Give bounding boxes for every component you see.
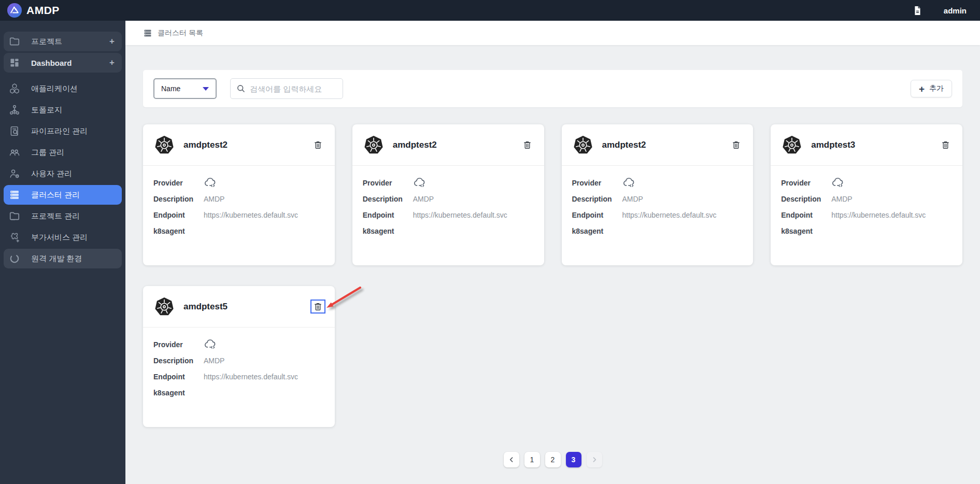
cluster-card-grid: amdptest2 Provider bbox=[143, 124, 962, 427]
cluster-description: AMDP bbox=[204, 357, 224, 365]
sidebar-item-label: 애플리케이션 bbox=[31, 84, 115, 94]
field-label-k8sagent: k8sagent bbox=[153, 227, 204, 235]
delete-cluster-button[interactable] bbox=[311, 301, 324, 312]
pagination-prev-button[interactable] bbox=[504, 452, 519, 467]
field-label-endpoint: Endpoint bbox=[153, 211, 204, 219]
field-label-provider: Provider bbox=[153, 340, 204, 349]
cluster-card-body: Provider Description AMDP Endpoint https… bbox=[771, 166, 962, 248]
pagination-next-button[interactable] bbox=[587, 452, 602, 467]
sidebar-item-label: 사용자 관리 bbox=[31, 169, 115, 179]
hexagon-cluster-icon bbox=[8, 82, 21, 95]
topology-icon bbox=[8, 104, 21, 116]
kubernetes-icon bbox=[572, 135, 594, 155]
cluster-card-header: amdptest5 bbox=[143, 286, 335, 328]
sidebar-item-addon-services[interactable]: 부가서비스 관리 bbox=[4, 227, 122, 247]
delete-cluster-button[interactable] bbox=[311, 139, 324, 151]
cluster-card-body: Provider Description AMDP Endpoint https… bbox=[562, 166, 754, 248]
chevron-right-icon bbox=[591, 456, 598, 463]
breadcrumb: 클러스터 목록 bbox=[125, 21, 980, 45]
plus-icon[interactable]: + bbox=[109, 36, 115, 47]
breadcrumb-label: 클러스터 목록 bbox=[158, 29, 203, 38]
sidebar-item-label: 파이프라인 관리 bbox=[31, 126, 115, 136]
field-label-endpoint: Endpoint bbox=[781, 211, 831, 219]
folder-icon bbox=[8, 35, 21, 48]
field-label-endpoint: Endpoint bbox=[572, 211, 622, 219]
cluster-card: amdptest5 Provider bbox=[143, 286, 335, 427]
sidebar-item-project-mgmt[interactable]: 프로젝트 관리 bbox=[4, 206, 122, 226]
kubernetes-icon bbox=[153, 296, 175, 317]
cluster-name: amdptest3 bbox=[811, 140, 931, 150]
cluster-card: amdptest2 Provider bbox=[352, 124, 544, 265]
sidebar-item-project[interactable]: 프로젝트 + bbox=[4, 32, 122, 51]
user-gear-icon bbox=[8, 167, 21, 180]
sidebar-item-label: 프로젝트 관리 bbox=[31, 211, 115, 221]
sidebar-item-topology[interactable]: 토폴로지 bbox=[4, 100, 122, 120]
sidebar-item-label: 클러스터 관리 bbox=[31, 190, 115, 200]
cluster-description: AMDP bbox=[831, 195, 852, 203]
cluster-card-body: Provider Description AMDP Endpoint https… bbox=[143, 166, 335, 248]
user-menu[interactable]: admin bbox=[944, 6, 967, 15]
cluster-endpoint: https://kubernetes.default.svc bbox=[413, 211, 507, 219]
field-label-provider: Provider bbox=[363, 179, 413, 187]
server-stack-icon bbox=[8, 189, 21, 201]
sidebar-item-label: 토폴로지 bbox=[31, 105, 115, 115]
folder-dots-icon bbox=[8, 210, 21, 222]
add-button-label: 추가 bbox=[929, 84, 944, 93]
plus-icon: + bbox=[919, 84, 925, 94]
pagination: 1 2 3 bbox=[143, 452, 962, 467]
cloud-provider-icon bbox=[204, 177, 218, 189]
pagination-page-3[interactable]: 3 bbox=[566, 452, 581, 467]
cluster-name: amdptest2 bbox=[602, 140, 722, 150]
field-label-k8sagent: k8sagent bbox=[572, 227, 622, 235]
search-input[interactable] bbox=[250, 84, 337, 93]
field-label-k8sagent: k8sagent bbox=[153, 389, 204, 397]
pagination-page-2[interactable]: 2 bbox=[545, 452, 561, 467]
field-label-k8sagent: k8sagent bbox=[781, 227, 831, 235]
add-cluster-button[interactable]: + 추가 bbox=[911, 80, 952, 97]
sidebar-item-pipeline[interactable]: 파이프라인 관리 bbox=[4, 121, 122, 141]
remote-dev-icon bbox=[8, 252, 21, 265]
cluster-endpoint: https://kubernetes.default.svc bbox=[622, 211, 717, 219]
chevron-left-icon bbox=[508, 456, 515, 463]
cluster-name: amdptest2 bbox=[393, 140, 513, 150]
cluster-description: AMDP bbox=[622, 195, 643, 203]
cluster-card: amdptest2 Provider bbox=[562, 124, 754, 265]
sidebar-item-clusters[interactable]: 클러스터 관리 bbox=[4, 185, 122, 205]
pagination-page-1[interactable]: 1 bbox=[524, 452, 540, 467]
cloud-provider-icon bbox=[622, 177, 636, 189]
cluster-card-header: amdptest2 bbox=[352, 124, 544, 166]
cloud-provider-icon bbox=[413, 177, 427, 189]
cluster-endpoint: https://kubernetes.default.svc bbox=[204, 211, 298, 219]
sidebar-item-label: 원격 개발 환경 bbox=[31, 254, 115, 264]
field-label-endpoint: Endpoint bbox=[363, 211, 413, 219]
sidebar-item-label: 그룹 관리 bbox=[31, 148, 115, 158]
filter-select[interactable]: Name bbox=[153, 78, 217, 99]
delete-cluster-button[interactable] bbox=[730, 139, 743, 151]
delete-cluster-button[interactable] bbox=[521, 139, 534, 151]
cluster-card-body: Provider Description AMDP Endpoint https… bbox=[143, 328, 335, 409]
cluster-card-body: Provider Description AMDP Endpoint https… bbox=[352, 166, 544, 248]
sidebar-item-users[interactable]: 사용자 관리 bbox=[4, 164, 122, 183]
field-label-provider: Provider bbox=[781, 179, 831, 187]
cluster-endpoint: https://kubernetes.default.svc bbox=[831, 211, 926, 219]
field-label-description: Description bbox=[363, 195, 413, 203]
sidebar-item-application[interactable]: 애플리케이션 bbox=[4, 79, 122, 98]
server-stack-icon bbox=[143, 29, 152, 38]
sidebar-item-dashboard[interactable]: Dashboard + bbox=[4, 53, 122, 73]
cluster-description: AMDP bbox=[204, 195, 224, 203]
cluster-endpoint: https://kubernetes.default.svc bbox=[204, 373, 298, 381]
cluster-card-header: amdptest3 bbox=[771, 124, 962, 166]
kubernetes-icon bbox=[363, 135, 385, 155]
search-icon bbox=[236, 84, 246, 93]
sidebar-item-label: Dashboard bbox=[31, 59, 109, 67]
search-box bbox=[230, 78, 343, 99]
field-label-description: Description bbox=[781, 195, 831, 203]
sidebar-item-remote-dev[interactable]: 원격 개발 환경 bbox=[4, 249, 122, 268]
sidebar-item-groups[interactable]: 그룹 관리 bbox=[4, 143, 122, 162]
plus-icon[interactable]: + bbox=[109, 58, 115, 68]
field-label-description: Description bbox=[153, 357, 204, 365]
document-icon[interactable] bbox=[913, 5, 922, 16]
cluster-name: amdptest5 bbox=[183, 302, 303, 312]
cluster-card: amdptest2 Provider bbox=[143, 124, 335, 265]
delete-cluster-button[interactable] bbox=[939, 139, 952, 151]
